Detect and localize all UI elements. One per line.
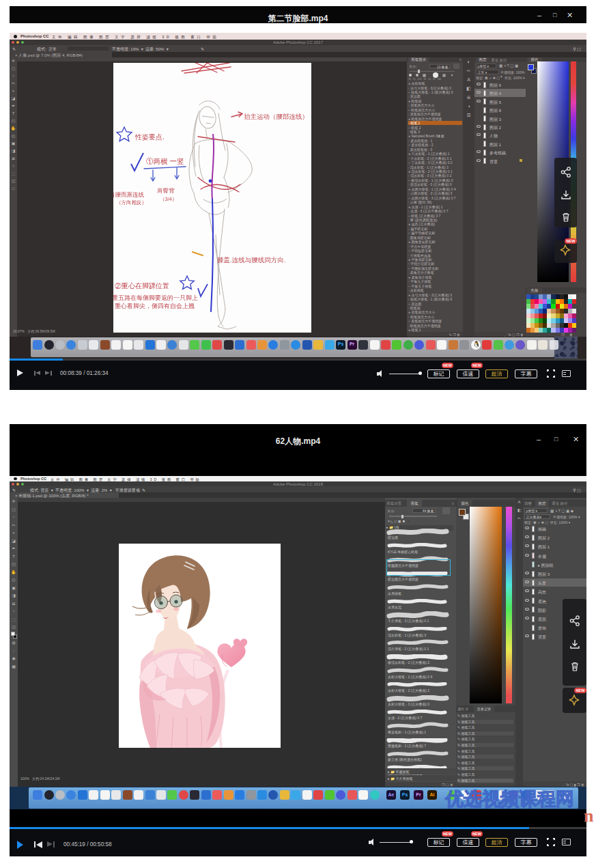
svg-text:墨溅笔刷 - 2 (正片叠底) 7: 墨溅笔刷 - 2 (正片叠底) 7 xyxy=(388,744,426,748)
svg-text:肩腰而原连线: 肩腰而原连线 xyxy=(113,191,145,198)
svg-text:极湿水彩笔 - 2 (正片叠底) 2: 极湿水彩笔 - 2 (正片叠底) 2 xyxy=(387,660,429,665)
svg-text:水质水流: 水质水流 xyxy=(388,605,401,610)
svg-text:②重心在脚踝位置: ②重心在脚踝位置 xyxy=(115,282,169,290)
svg-text:干介质笔 - 3 (正片叠底) 0 1: 干介质笔 - 3 (正片叠底) 0 1 xyxy=(388,619,429,624)
svg-text:水彩大喷笔 - 1 (正片叠底) 0 9: 水彩大喷笔 - 1 (正片叠底) 0 9 xyxy=(388,675,433,680)
svg-text:性姿要点.: 性姿要点. xyxy=(134,133,165,141)
svg-text:湿介质笔 - 2 (正片叠底) 0 1: 湿介质笔 - 2 (正片叠底) 0 1 xyxy=(388,647,429,652)
svg-text:水彩大喷笔 - 2 (正片叠底) 2: 水彩大喷笔 - 2 (正片叠底) 2 xyxy=(388,688,429,693)
svg-text:重五路在每侧脚要返的一只脚上: 重五路在每侧脚要返的一只脚上 xyxy=(113,294,198,301)
svg-text:硬边圆压大不透明度: 硬边圆压大不透明度 xyxy=(388,577,418,582)
svg-text:（方向相反）: （方向相反） xyxy=(116,199,147,206)
svg-text:①两横 一竖: ①两横 一竖 xyxy=(146,157,184,165)
svg-text:KYLE 终极硬心蜡笔: KYLE 终极硬心蜡笔 xyxy=(388,550,418,555)
svg-text:重心看脚尖，侧四有自会上翘: 重心看脚尖，侧四有自会上翘 xyxy=(115,303,195,309)
svg-text:建立画 (颜色混合画笔): 建立画 (颜色混合画笔) xyxy=(387,757,422,762)
svg-text:水彩大喷笔 - 3 (正片叠底) 0: 水彩大喷笔 - 3 (正片叠底) 0 xyxy=(388,702,429,707)
svg-text:膝盖.连线与腰线同方向.: 膝盖.连线与腰线同方向. xyxy=(217,256,285,264)
svg-text:肩臀背: 肩臀背 xyxy=(157,187,175,194)
svg-text:晕染笔刷 - 1 (正片叠底) 1: 晕染笔刷 - 1 (正片叠底) 1 xyxy=(388,730,426,735)
svg-text:湿水彩笔 - 1 (正片叠底) 3: 湿水彩笔 - 1 (正片叠底) 3 xyxy=(388,633,426,638)
svg-text:（3/4）: （3/4） xyxy=(160,196,177,202)
svg-text:水质画笔: 水质画笔 xyxy=(388,591,401,596)
svg-text:硬边圆: 硬边圆 xyxy=(388,535,398,540)
svg-text:水渍 - 2 (正片叠底) 0 7: 水渍 - 2 (正片叠底) 0 7 xyxy=(388,716,423,720)
svg-text:抬主运动（腰部连线）: 抬主运动（腰部连线） xyxy=(244,113,309,120)
